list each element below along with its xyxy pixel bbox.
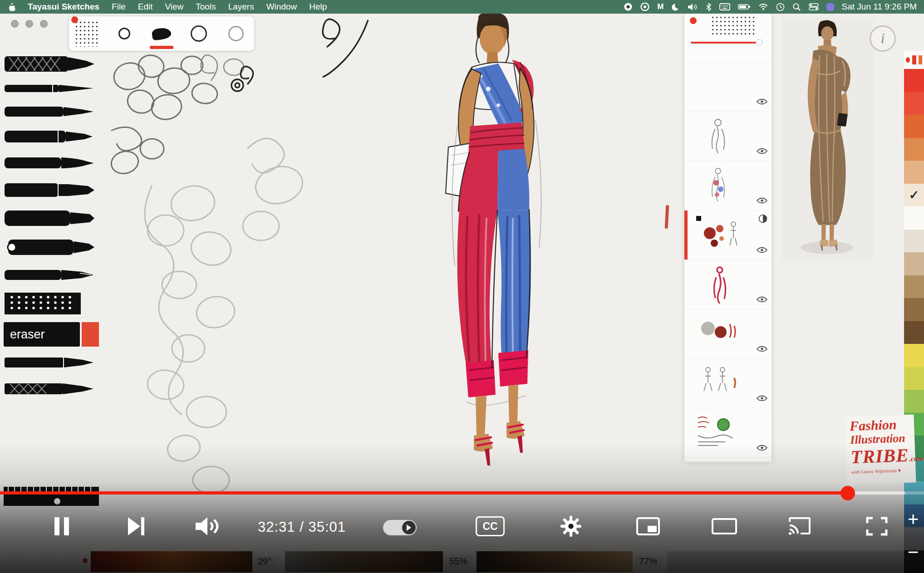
gmail-icon[interactable]: M bbox=[657, 2, 664, 11]
menu-window[interactable]: Window bbox=[266, 2, 297, 12]
menu-edit[interactable]: Edit bbox=[138, 2, 153, 12]
palette-swatch[interactable] bbox=[904, 298, 924, 321]
hue-gradient-bar[interactable] bbox=[91, 551, 252, 572]
flat-brush-tool[interactable] bbox=[4, 179, 101, 201]
layer-visibility-eye-icon[interactable] bbox=[756, 295, 768, 304]
miniplayer-icon[interactable] bbox=[632, 510, 664, 543]
window-zoom-button[interactable] bbox=[40, 20, 48, 28]
window-close-button[interactable] bbox=[11, 20, 19, 28]
blend-mode-icon[interactable] bbox=[758, 214, 767, 223]
moon-icon[interactable] bbox=[672, 3, 680, 11]
brush-size-small[interactable] bbox=[112, 19, 137, 48]
brush-size-slider[interactable] bbox=[691, 42, 759, 44]
layer-row-active[interactable] bbox=[684, 211, 772, 260]
cast-icon[interactable] bbox=[783, 510, 816, 543]
video-progress-bar[interactable] bbox=[0, 491, 924, 495]
texture-pattern-swatch[interactable] bbox=[74, 20, 100, 47]
layer-row[interactable] bbox=[684, 260, 772, 309]
apple-menu-icon[interactable] bbox=[7, 2, 15, 12]
layer-visibility-eye-icon[interactable] bbox=[756, 196, 768, 206]
marker-tool[interactable] bbox=[4, 127, 101, 147]
layer-row[interactable] bbox=[684, 161, 772, 211]
palette-mini-swatch[interactable] bbox=[912, 55, 916, 64]
palette-swatch[interactable] bbox=[904, 115, 924, 138]
palette-swatch[interactable] bbox=[904, 138, 924, 161]
zoom-in-button[interactable]: + bbox=[904, 510, 922, 529]
theater-mode-icon[interactable] bbox=[708, 510, 741, 543]
wifi-icon[interactable] bbox=[758, 3, 768, 10]
ink-pen-tool[interactable] bbox=[4, 103, 101, 121]
layer-visibility-eye-icon[interactable] bbox=[756, 98, 768, 107]
bluetooth-icon[interactable] bbox=[706, 3, 712, 11]
palette-swatch[interactable] bbox=[904, 252, 924, 275]
progress-scrubber[interactable] bbox=[840, 486, 855, 500]
search-icon[interactable] bbox=[792, 3, 801, 11]
layer-row[interactable] bbox=[684, 112, 772, 161]
palette-swatch[interactable] bbox=[904, 321, 924, 344]
layer-visibility-eye-icon[interactable] bbox=[756, 147, 768, 156]
hatch-marker-tool[interactable] bbox=[4, 54, 101, 74]
volume-button[interactable] bbox=[192, 510, 225, 543]
settings-gear-icon[interactable] bbox=[555, 510, 587, 543]
ruler-tool[interactable] bbox=[4, 482, 101, 511]
brush-size-light[interactable] bbox=[223, 19, 249, 48]
window-minimize-button[interactable] bbox=[25, 20, 33, 28]
menu-help[interactable]: Help bbox=[309, 2, 327, 12]
saturation-gradient-bar[interactable] bbox=[285, 551, 443, 572]
menu-file[interactable]: File bbox=[112, 2, 126, 12]
brush-size-medium[interactable] bbox=[186, 19, 211, 48]
palette-swatch[interactable] bbox=[904, 344, 924, 367]
colorwheel-icon[interactable] bbox=[640, 2, 649, 11]
layer-visibility-eye-icon[interactable] bbox=[756, 394, 768, 403]
menu-view[interactable]: View bbox=[165, 2, 183, 12]
menubar-clock[interactable]: Sat Jun 11 9:26 PM bbox=[842, 2, 917, 12]
layer-visibility-eye-icon[interactable] bbox=[756, 246, 768, 255]
layer-row[interactable] bbox=[684, 62, 772, 112]
layer-row[interactable] bbox=[684, 309, 772, 359]
layer-visibility-eye-icon[interactable] bbox=[756, 345, 768, 354]
palette-swatch[interactable] bbox=[904, 69, 924, 92]
palette-swatch[interactable] bbox=[904, 161, 924, 184]
menu-layers[interactable]: Layers bbox=[228, 2, 254, 12]
palette-swatch-selected[interactable]: ✓ bbox=[904, 184, 924, 207]
fine-liner-tool[interactable] bbox=[4, 80, 101, 97]
airbrush-tool[interactable] bbox=[4, 235, 101, 259]
menu-tools[interactable]: Tools bbox=[196, 2, 216, 12]
captions-button[interactable]: CC bbox=[476, 516, 505, 536]
palette-swatch[interactable] bbox=[904, 206, 924, 230]
layer-visibility-eye-icon[interactable] bbox=[756, 444, 768, 453]
palette-swatch[interactable] bbox=[904, 367, 924, 390]
autoplay-toggle[interactable] bbox=[383, 520, 417, 535]
screen-record-icon[interactable] bbox=[624, 2, 633, 11]
palette-swatch[interactable] bbox=[904, 92, 924, 115]
fullscreen-icon[interactable] bbox=[860, 510, 893, 543]
round-brush-tool[interactable] bbox=[4, 152, 101, 173]
keyboard-icon[interactable] bbox=[719, 3, 730, 10]
time-machine-icon[interactable] bbox=[776, 3, 785, 11]
volume-menubar-icon[interactable] bbox=[688, 3, 698, 11]
palette-mini-swatch[interactable] bbox=[919, 55, 922, 64]
palette-swatch[interactable] bbox=[904, 390, 924, 413]
battery-icon[interactable] bbox=[738, 4, 751, 10]
next-button[interactable] bbox=[120, 510, 152, 543]
control-center-icon[interactable] bbox=[809, 3, 819, 10]
hatch-pencil-tool[interactable] bbox=[4, 378, 101, 399]
pencil-tool[interactable] bbox=[4, 353, 101, 372]
third-party-app-icon[interactable] bbox=[826, 3, 834, 11]
menubar-app-name[interactable]: Tayasui Sketches bbox=[28, 2, 99, 12]
pause-button[interactable] bbox=[45, 510, 78, 543]
halftone-stamp-tool[interactable] bbox=[4, 291, 101, 316]
zoom-out-button[interactable]: − bbox=[904, 543, 922, 562]
layer-row[interactable] bbox=[684, 359, 772, 408]
brush-shape-selected[interactable] bbox=[149, 19, 174, 48]
brightness-gradient-bar[interactable] bbox=[477, 551, 633, 572]
nib-pen-tool[interactable] bbox=[4, 265, 101, 285]
palette-swatch[interactable] bbox=[904, 230, 924, 253]
palette-swatch[interactable] bbox=[904, 275, 924, 299]
slider-knob[interactable] bbox=[756, 39, 762, 46]
info-button[interactable]: i bbox=[870, 25, 896, 52]
eraser-tool[interactable]: eraser bbox=[4, 322, 101, 347]
layer-row[interactable] bbox=[684, 408, 772, 458]
fat-marker-tool[interactable] bbox=[4, 207, 101, 230]
layer-thumbnail bbox=[694, 165, 744, 206]
